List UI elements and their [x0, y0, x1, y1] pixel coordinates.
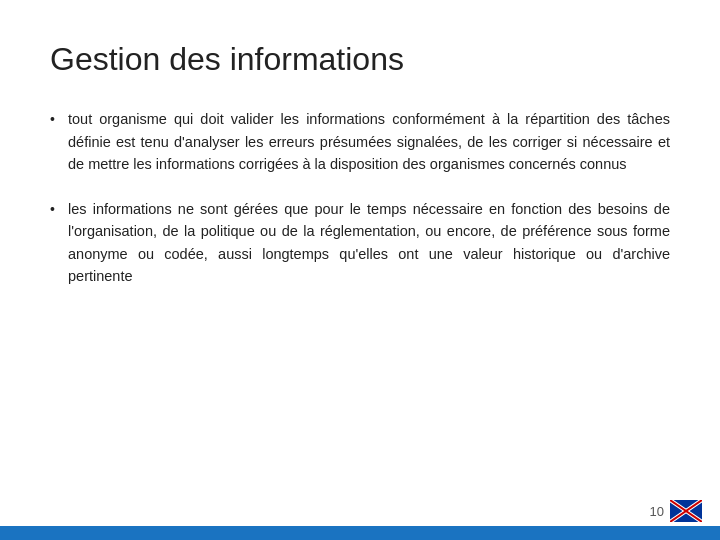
content-area: • tout organisme qui doit valider les in… — [50, 108, 670, 287]
bullet-text-1: tout organisme qui doit valider les info… — [68, 108, 670, 175]
slide-title: Gestion des informations — [50, 40, 670, 78]
bullet-text-2: les informations ne sont gérées que pour… — [68, 198, 670, 288]
bullet-item-2: • les informations ne sont gérées que po… — [50, 198, 670, 288]
bottom-bar — [0, 526, 720, 540]
bullet-item-1: • tout organisme qui doit valider les in… — [50, 108, 670, 175]
logo-icon — [670, 500, 702, 522]
bottom-right-area: 10 — [650, 500, 702, 522]
page-number: 10 — [650, 504, 664, 519]
bullet-dot-1: • — [50, 109, 68, 131]
slide-container: Gestion des informations • tout organism… — [0, 0, 720, 540]
bullet-dot-2: • — [50, 199, 68, 221]
